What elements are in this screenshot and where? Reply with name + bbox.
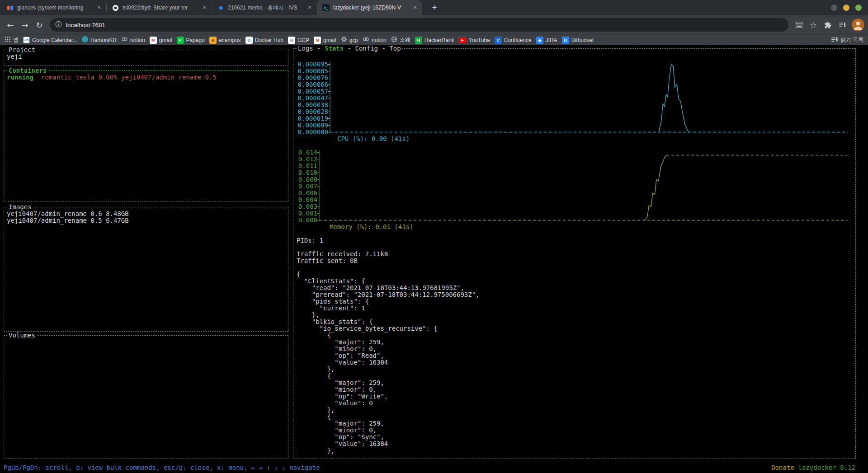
project-panel[interactable]: Project yeji	[4, 50, 288, 66]
pids-line: PIDs: 1	[297, 237, 851, 244]
memory-chart-plot	[317, 149, 851, 224]
memory-y-axis: 0.0140.0120.0110.0100.0080.0070.0060.004…	[297, 149, 317, 224]
bookmarks-bar: 앱25Google Calendar...HamoniKRnotionMgmai…	[0, 34, 868, 45]
images-panel[interactable]: Images yeji0407/admin_rename 0.6 8.48GBy…	[4, 207, 288, 332]
containers-panel[interactable]: Containers runningromantic_tesla 0.00% y…	[4, 70, 288, 201]
reading-list-button[interactable]: 읽기 목록	[831, 36, 863, 44]
y-axis-tick: 0.004	[297, 197, 317, 203]
bookmark-label: ecampus	[219, 37, 241, 43]
volumes-panel[interactable]: Volumes	[4, 335, 288, 459]
bookmark-item[interactable]: HHackerRank	[415, 37, 454, 44]
tab-title: tsl0922/ttyd: Share your ter	[123, 5, 197, 11]
bookmark-item[interactable]: 25Google Calendar...	[23, 37, 77, 43]
jira-icon: ◆	[536, 37, 543, 44]
bookmark-label: 소웨	[400, 36, 410, 44]
y-axis-tick: 0.008	[297, 176, 317, 183]
y-axis-tick: 0.000076	[297, 75, 328, 81]
tab-close-icon[interactable]: ×	[201, 4, 208, 11]
back-button[interactable]: ←	[4, 18, 17, 32]
bookmark-label: Google Calendar...	[32, 37, 77, 43]
close-window-button[interactable]	[855, 5, 862, 11]
bookmark-item[interactable]: 소웨	[391, 36, 410, 44]
bookmark-item[interactable]: ◆JIRA	[536, 37, 557, 44]
tab-close-icon[interactable]: ×	[306, 4, 313, 11]
project-panel-title: Project	[7, 47, 37, 53]
bookmark-label: gcp	[349, 37, 358, 43]
browser-window: glances (system monitoring×tsl0922/ttyd:…	[0, 0, 868, 473]
bitbucket-icon: B	[562, 37, 569, 44]
terminal-favicon-icon: >_	[322, 4, 330, 11]
maximize-button[interactable]	[843, 5, 849, 11]
confluence-icon: C	[495, 37, 502, 44]
image-row[interactable]: yeji0407/admin_rename 0.5 6.47GB	[7, 217, 285, 224]
bookmark-label: gmail	[159, 37, 172, 43]
volumes-panel-title: Volumes	[7, 332, 37, 339]
bookmark-star-icon[interactable]: ☆	[807, 18, 820, 32]
status-right: Donate lazydocker 0.12	[771, 464, 855, 471]
forward-button[interactable]: →	[18, 18, 32, 32]
tab-title: glances (system monitoring	[17, 5, 92, 11]
browser-tab[interactable]: tsl0922/ttyd: Share your ter×	[106, 0, 212, 15]
tabs-container: glances (system monitoring×tsl0922/ttyd:…	[1, 0, 422, 15]
stats-panel[interactable]: Logs - Stats - Config - Top 0.0000950.00…	[293, 48, 856, 459]
bookmark-item[interactable]: PPapago	[177, 37, 205, 44]
bookmark-item[interactable]: gcp	[341, 36, 358, 44]
bookmark-item[interactable]: notion	[121, 36, 145, 44]
gmail-icon: M	[150, 37, 157, 44]
youtube-icon: ▶	[459, 37, 467, 43]
url-text: localhost:7681	[66, 22, 105, 28]
reload-button[interactable]: ↻	[33, 18, 46, 32]
keyboard-icon[interactable]	[792, 18, 806, 32]
papago-icon: P	[177, 37, 184, 44]
hamonikr-icon	[82, 36, 88, 44]
bookmark-label: YouTube	[469, 37, 490, 43]
gcp-icon: G	[288, 37, 295, 44]
bookmark-item[interactable]: 앱	[5, 36, 19, 44]
traffic-received-line: Traffic received: 7.11kB	[297, 251, 851, 258]
cpu-caption: CPU (%): 0.00 (41s)	[337, 136, 851, 142]
y-axis-tick: 0.006	[297, 190, 317, 197]
cpu-chart-plot	[328, 61, 851, 136]
jira-favicon-icon	[217, 4, 224, 11]
tab-close-icon[interactable]: ×	[95, 4, 103, 11]
bookmark-item[interactable]: notion	[363, 36, 387, 44]
bookmark-item[interactable]: Mgmail	[150, 37, 172, 44]
new-tab-button[interactable]: +	[429, 2, 440, 14]
minimize-button[interactable]	[831, 5, 837, 11]
y-axis-tick: 0.010	[297, 169, 317, 176]
tab-close-icon[interactable]: ×	[411, 4, 419, 11]
address-bar[interactable]: localhost:7681	[50, 18, 788, 32]
hackerrank-icon: H	[415, 37, 422, 44]
bookmark-item[interactable]: ▶YouTube	[459, 37, 490, 43]
bookmark-item[interactable]: HamoniKR	[82, 36, 117, 44]
image-row[interactable]: yeji0407/admin_rename 0.6 8.48GB	[7, 211, 285, 217]
gmail-icon: M	[314, 37, 321, 44]
browser-tab[interactable]: >_lazydocker (yeji-15ZD90N-V×	[317, 0, 422, 15]
y-axis-tick: 0.000019	[297, 115, 328, 122]
bookmark-item[interactable]: GGCP	[288, 37, 309, 44]
y-axis-tick: 0.003	[297, 203, 317, 210]
navigation-toolbar: ← → ↻ localhost:7681 ☆	[0, 15, 868, 34]
browser-tab[interactable]: glances (system monitoring×	[1, 0, 106, 15]
images-rows: yeji0407/admin_rename 0.6 8.48GByeji0407…	[4, 207, 288, 224]
bookmark-item[interactable]: DDocker Hub	[245, 37, 283, 44]
browser-tab[interactable]: 210621 memo - 홍예지 - IVS×	[212, 0, 317, 15]
bookmark-label: notion	[130, 37, 145, 43]
bookmark-item[interactable]: eecampus	[209, 37, 241, 44]
glances-favicon-icon	[6, 4, 14, 11]
y-axis-tick: 0.001	[297, 210, 317, 217]
bookmark-item[interactable]: CConfluence	[495, 37, 532, 44]
side-panel-icon[interactable]	[835, 18, 849, 32]
cpu-y-axis: 0.0000950.0000850.0000760.0000660.000057…	[297, 61, 328, 136]
project-name[interactable]: yeji	[4, 50, 288, 60]
container-status: running	[7, 74, 33, 81]
extensions-icon[interactable]	[821, 18, 835, 32]
donate-link[interactable]: Donate	[771, 464, 794, 471]
container-details: romantic_tesla 0.00% yeji0407/admin_rena…	[41, 74, 217, 81]
bookmark-item[interactable]: BBitbucket	[562, 37, 594, 44]
link-icon	[121, 36, 128, 44]
y-axis-tick: 0.000009	[297, 122, 328, 129]
bookmark-item[interactable]: Mgmail	[314, 37, 336, 44]
profile-avatar[interactable]	[852, 19, 864, 31]
site-info-icon[interactable]	[55, 21, 62, 29]
